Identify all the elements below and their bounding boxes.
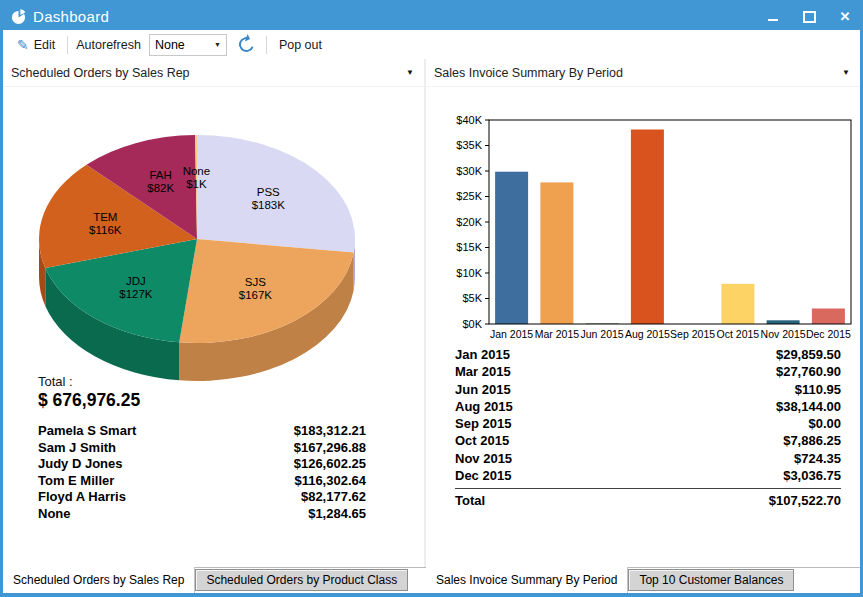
legend-row-value: $183,312.21 [294, 423, 366, 440]
legend-row-value: $126,602.25 [294, 456, 366, 473]
pie-total-value: $ 676,976.25 [38, 390, 140, 411]
pie-slice-label: TEM$116K [89, 211, 122, 236]
bar-Mar-2015 [540, 182, 573, 324]
y-tick-label: $0K [462, 318, 482, 330]
table-row: Nov 2015$724.35 [455, 450, 841, 467]
popout-label: Pop out [279, 38, 322, 52]
table-row-label: Jan 2015 [455, 346, 510, 363]
toolbar: ✎ Edit Autorefresh None ▼ Pop out [3, 30, 860, 60]
popout-button[interactable]: Pop out [275, 36, 326, 54]
pie-slice-label: None$1K [183, 165, 211, 190]
edit-label: Edit [34, 38, 56, 52]
left-panel-tab[interactable]: Scheduled Orders by Sales Rep [3, 567, 195, 593]
bar-panel-body: $0K$5K$10K$15K$20K$25K$30K$35K$40KJan 20… [426, 87, 860, 568]
table-row: Oct 2015$7,886.25 [455, 432, 841, 449]
table-row-value: $38,144.00 [776, 398, 841, 415]
left-panel-tabs: Scheduled Orders by Sales RepScheduled O… [3, 568, 424, 593]
left-panel-title: Scheduled Orders by Sales Rep [11, 66, 190, 80]
legend-row-label: Judy D Jones [38, 456, 123, 473]
minimize-icon [768, 19, 778, 21]
left-panel-tab[interactable]: Scheduled Orders by Product Class [195, 569, 408, 591]
toolbar-separator [67, 36, 68, 54]
table-row-value: $29,859.50 [776, 346, 841, 363]
pie-slice-label: FAH$82K [147, 169, 174, 194]
right-widget-selector[interactable]: Sales Invoice Summary By Period ▼ [426, 59, 860, 87]
table-row-label: Sep 2015 [455, 415, 511, 432]
maximize-button[interactable] [802, 10, 816, 24]
legend-row-label: Pamela S Smart [38, 423, 136, 440]
dashboard-content: Scheduled Orders by Sales Rep ▼ PSS$183K… [3, 59, 860, 568]
window-title: Dashboard [33, 8, 109, 25]
refresh-button[interactable] [235, 35, 258, 54]
y-tick-label: $30K [456, 165, 482, 177]
table-row: Mar 2015$27,760.90 [455, 363, 841, 380]
x-tick-label: Nov 2015 [761, 328, 806, 340]
y-tick-label: $20K [456, 216, 482, 228]
legend-row-label: Floyd A Harris [38, 489, 126, 506]
dashboard-window: Dashboard ✕ ✎ Edit Autorefresh None ▼ Po… [0, 0, 863, 597]
autorefresh-label: Autorefresh [76, 38, 141, 52]
table-row-label: Aug 2015 [455, 398, 513, 415]
legend-row-value: $82,177.62 [301, 489, 366, 506]
legend-row: Judy D Jones$126,602.25 [38, 456, 366, 473]
legend-row-value: $1,284.65 [308, 506, 366, 523]
pie-chart-app-icon [11, 9, 26, 24]
dropdown-arrow-icon: ▼ [842, 68, 850, 77]
y-tick-label: $10K [456, 267, 482, 279]
bar-Nov-2015 [767, 320, 800, 324]
x-tick-label: Mar 2015 [535, 328, 580, 340]
table-total-row-value: $107,522.70 [769, 492, 841, 509]
invoice-summary-table: Jan 2015$29,859.50Mar 2015$27,760.90Jun … [455, 346, 841, 510]
pencil-icon: ✎ [17, 38, 29, 52]
table-row: Sep 2015$0.00 [455, 415, 841, 432]
right-panel-tab[interactable]: Sales Invoice Summary By Period [426, 567, 628, 593]
table-row: Jun 2015$110.95 [455, 381, 841, 398]
legend-row: Floyd A Harris$82,177.62 [38, 489, 366, 506]
x-tick-label: Jun 2015 [580, 328, 623, 340]
legend-row-label: None [38, 506, 71, 523]
legend-row-label: Sam J Smith [38, 440, 116, 457]
legend-row: Pamela S Smart$183,312.21 [38, 423, 366, 440]
bar-Aug-2015 [631, 130, 664, 325]
x-tick-label: Dec 2015 [806, 328, 851, 340]
legend-row: None$1,284.65 [38, 506, 366, 523]
left-widget-selector[interactable]: Scheduled Orders by Sales Rep ▼ [3, 59, 424, 87]
dropdown-arrow-icon: ▼ [406, 68, 414, 77]
table-row-value: $110.95 [795, 381, 841, 398]
edit-button[interactable]: ✎ Edit [13, 36, 59, 54]
table-total-row: Total$107,522.70 [455, 488, 841, 509]
legend-row: Tom E Miller$116,302.64 [38, 473, 366, 490]
y-tick-label: $25K [456, 190, 482, 202]
toolbar-separator [266, 36, 267, 54]
table-row-label: Nov 2015 [455, 450, 512, 467]
table-row-value: $27,760.90 [776, 363, 841, 380]
table-row: Jan 2015$29,859.50 [455, 346, 841, 363]
maximize-icon [803, 11, 816, 23]
table-row-value: $3,036.75 [783, 467, 841, 484]
table-row-label: Dec 2015 [455, 467, 511, 484]
right-panel-tab[interactable]: Top 10 Customer Balances [628, 569, 794, 591]
close-button[interactable]: ✕ [838, 10, 852, 24]
legend-row-value: $167,296.88 [294, 440, 366, 457]
pie-legend: Pamela S Smart$183,312.21Sam J Smith$167… [38, 423, 366, 522]
legend-row-label: Tom E Miller [38, 473, 114, 490]
pie-widget-panel: Scheduled Orders by Sales Rep ▼ PSS$183K… [3, 59, 426, 568]
table-row-label: Jun 2015 [455, 381, 511, 398]
bar-Dec-2015 [812, 309, 845, 325]
x-tick-label: Oct 2015 [717, 328, 760, 340]
x-tick-label: Jan 2015 [490, 328, 533, 340]
x-tick-label: Aug 2015 [625, 328, 670, 340]
table-row-label: Oct 2015 [455, 432, 509, 449]
x-tick-label: Sep 2015 [670, 328, 715, 340]
table-row: Dec 2015$3,036.75 [455, 467, 841, 484]
titlebar: Dashboard ✕ [3, 3, 860, 30]
right-panel-title: Sales Invoice Summary By Period [434, 66, 623, 80]
y-tick-label: $35K [456, 139, 482, 151]
minimize-button[interactable] [766, 10, 780, 24]
bar-widget-panel: Sales Invoice Summary By Period ▼ $0K$5K… [426, 59, 860, 568]
pie-panel-body: PSS$183KSJS$167KJDJ$127KTEM$116KFAH$82KN… [3, 87, 424, 568]
autorefresh-select[interactable]: None ▼ [149, 34, 227, 56]
pie-chart: PSS$183KSJS$167KJDJ$127KTEM$116KFAH$82KN… [10, 101, 410, 401]
legend-row-value: $116,302.64 [294, 473, 366, 490]
bar-chart: $0K$5K$10K$15K$20K$25K$30K$35K$40KJan 20… [433, 98, 859, 348]
